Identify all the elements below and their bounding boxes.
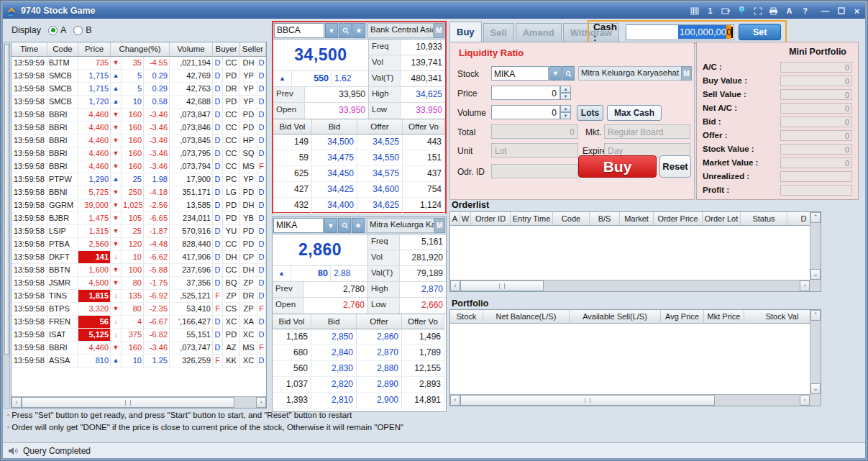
depth-row[interactable]: 42734,42534,600754 xyxy=(273,182,445,198)
font-icon[interactable]: A xyxy=(784,6,795,16)
trades-vertical-scrollbar[interactable] xyxy=(4,42,10,408)
column-header[interactable]: Order Lot xyxy=(703,212,741,226)
trade-row[interactable]: 13:59:58TINS1,815↓135-6.92,525,121FZPDRD xyxy=(12,290,266,303)
trade-row[interactable]: 13:59:58SMCB1,720▲100.5842,688DPDYPD xyxy=(12,96,266,109)
bbca-m-button[interactable]: M xyxy=(434,23,444,38)
radio-b-icon[interactable] xyxy=(73,26,83,35)
column-header[interactable]: Order ID xyxy=(471,212,511,226)
portfolio-hscroll-thumb[interactable] xyxy=(460,395,715,406)
dropdown-icon[interactable]: ▼ xyxy=(325,23,338,38)
volume-spinner[interactable]: ▲▼ xyxy=(560,105,571,119)
scroll-left-icon[interactable]: ‹ xyxy=(450,280,460,291)
maximize-icon[interactable] xyxy=(836,6,846,16)
column-header[interactable]: B/S xyxy=(590,212,620,226)
favorite-star-icon[interactable]: ★ xyxy=(352,218,365,233)
column-header[interactable]: Order Price xyxy=(654,212,703,226)
reset-button[interactable]: Reset xyxy=(659,155,691,178)
orderlist-vscrollbar[interactable]: ⌃ ⌄ xyxy=(810,212,821,280)
trade-row[interactable]: 13:59:58BJBR1,475▼105-6.65234,011DPDYBD xyxy=(12,212,266,225)
trade-row[interactable]: 13:59:58PTBA2,560▼120-4.48828,440DCCPDD xyxy=(12,238,266,251)
pin-icon[interactable] xyxy=(736,6,747,16)
depth-row[interactable]: 5602,8302,88012,155 xyxy=(273,361,446,377)
column-header[interactable]: A xyxy=(450,212,460,226)
radio-a-icon[interactable] xyxy=(48,26,58,35)
trade-row[interactable]: 13:59:59BJTM735▼35-4.55,021,194DCCDHD xyxy=(12,57,266,70)
column-header[interactable]: Stock xyxy=(450,310,483,324)
dropdown-icon[interactable]: ▼ xyxy=(324,218,337,233)
trade-row[interactable]: 13:59:58BBRI4,460▼160-3.46,073,846DCCPDD xyxy=(12,122,266,134)
stock-code-input[interactable]: MIKA xyxy=(491,66,549,81)
trade-row[interactable]: 13:59:58SMCB1,715▲50.2942,763DDRYPD xyxy=(12,83,266,96)
trade-row[interactable]: 13:59:58BBRI4,460▼160-3.46,073,794DCCMSF xyxy=(12,160,266,173)
help-icon[interactable]: ? xyxy=(800,6,810,16)
trade-row[interactable]: 13:59:58ISAT5,125↓375-6.8255,151DPDXCD xyxy=(12,329,266,342)
depth-row[interactable]: 62534,45034,575437 xyxy=(273,166,445,182)
portfolio-hscrollbar[interactable]: ‹ › xyxy=(450,394,810,406)
column-header[interactable]: Code xyxy=(553,212,590,226)
lots-button[interactable]: Lots xyxy=(577,105,603,121)
trade-row[interactable]: 13:59:58GGRM39,000▼1,025-2.5613,585DPDDH… xyxy=(12,199,266,212)
trade-row[interactable]: 13:59:58BBRI4,460▼160-3.46,073,845DCCHPD xyxy=(12,134,266,147)
scroll-right-icon[interactable]: › xyxy=(800,395,810,406)
scroll-left-icon[interactable]: ‹ xyxy=(450,395,460,406)
scroll-up-icon[interactable]: ⌃ xyxy=(810,310,821,321)
trade-row[interactable]: 13:59:58SMCB1,715▲50.2942,769DPDYPD xyxy=(12,70,266,83)
trade-row[interactable]: 13:59:58ASSA810▲101.25326,259FKKXCD xyxy=(12,355,266,368)
depth-row[interactable]: 6802,8402,8701,789 xyxy=(273,345,446,361)
search-icon[interactable] xyxy=(562,66,575,81)
depth-row[interactable]: 14934,50034,525443 xyxy=(273,134,445,150)
price-input[interactable]: 0 xyxy=(491,86,560,100)
favorite-star-icon[interactable]: ★ xyxy=(352,23,365,38)
depth-row[interactable]: 43234,40034,6251,124 xyxy=(273,198,445,214)
trade-row[interactable]: 13:59:58FREN56↓4-6.67',166,427DXCXAD xyxy=(12,316,266,329)
trade-row[interactable]: 13:59:58LSIP1,315▼25-1.87570,916DYUPDD xyxy=(12,225,266,238)
tab-buy[interactable]: Buy xyxy=(449,22,482,42)
scroll-left-icon[interactable]: ‹ xyxy=(12,397,22,408)
orderlist-hscrollbar[interactable]: ‹ › xyxy=(450,280,810,291)
portfolio-vscrollbar[interactable]: ⌃ ⌄ xyxy=(810,310,821,394)
column-header[interactable]: Avg Price xyxy=(661,310,704,324)
trade-row[interactable]: 13:59:58BBRI4,460▼160-3.46,073,795DCCSQD xyxy=(12,147,266,160)
orderlist-hscroll-thumb[interactable] xyxy=(460,280,544,291)
mika-code-input[interactable]: MIKA xyxy=(273,218,324,233)
trades-vscroll-thumb[interactable] xyxy=(4,44,9,355)
trades-hscroll-thumb[interactable] xyxy=(22,397,234,408)
close-icon[interactable]: × xyxy=(851,6,862,16)
max-cash-button[interactable]: Max Cash xyxy=(607,105,662,121)
scroll-down-icon[interactable]: ⌄ xyxy=(810,269,821,280)
window-count-label[interactable]: 1 xyxy=(705,6,716,16)
column-header[interactable]: Available Sell(L/S) xyxy=(570,310,661,324)
scroll-down-icon[interactable]: ⌄ xyxy=(810,383,821,394)
bbca-code-input[interactable]: BBCA xyxy=(274,23,324,38)
search-icon[interactable] xyxy=(339,23,352,38)
grid-icon[interactable] xyxy=(689,6,700,16)
depth-row[interactable]: 1,0372,8202,8902,893 xyxy=(273,377,446,393)
trade-row[interactable]: 13:59:58BBTN1,600▼100-5.88237,696DCCDHD xyxy=(12,264,266,277)
scroll-up-icon[interactable]: ⌃ xyxy=(810,212,821,223)
scroll-right-icon[interactable]: › xyxy=(256,397,266,408)
search-icon[interactable] xyxy=(338,218,351,233)
depth-row[interactable]: 5934,47534,550151 xyxy=(273,150,445,166)
title-bar[interactable]: naik 9740 Stock Game 1 A ? — × xyxy=(3,3,865,19)
trade-row[interactable]: 13:59:58BTPS3,320▼80-2.3553,410FCSZPF xyxy=(12,303,266,316)
column-header[interactable]: W xyxy=(460,212,471,226)
cash-input[interactable]: 100,000,00 0 xyxy=(626,24,734,40)
scroll-right-icon[interactable]: › xyxy=(800,280,810,291)
trade-row[interactable]: 13:59:58DKFT141↓10-6.62417,906DDHCPD xyxy=(12,251,266,264)
trade-row[interactable]: 13:59:58BBNI5,725▼250-4.18351,171DLGPDD xyxy=(12,186,266,199)
display-radio-b[interactable]: B xyxy=(73,25,91,35)
column-header[interactable]: Net Balance(L/S) xyxy=(483,310,570,324)
price-spinner[interactable]: ▲▼ xyxy=(560,86,571,100)
expand-icon[interactable] xyxy=(752,6,763,16)
column-header[interactable]: Market xyxy=(620,212,654,226)
column-header[interactable]: Mkt Price xyxy=(704,310,744,324)
trade-row[interactable]: 13:59:58BBRI4,460▼160-3.46,073,847DCCPDD xyxy=(12,109,266,122)
depth-row[interactable]: 1,1652,8502,8601,496 xyxy=(273,329,446,345)
print-icon[interactable] xyxy=(768,6,779,16)
dropdown-icon[interactable]: ▼ xyxy=(549,66,562,81)
tab-amend[interactable]: Amend xyxy=(516,23,562,42)
set-button[interactable]: Set xyxy=(739,24,781,40)
volume-input[interactable]: 0 xyxy=(491,105,560,119)
stock-m-button[interactable]: M xyxy=(681,66,692,81)
minimize-icon[interactable]: — xyxy=(820,6,831,16)
